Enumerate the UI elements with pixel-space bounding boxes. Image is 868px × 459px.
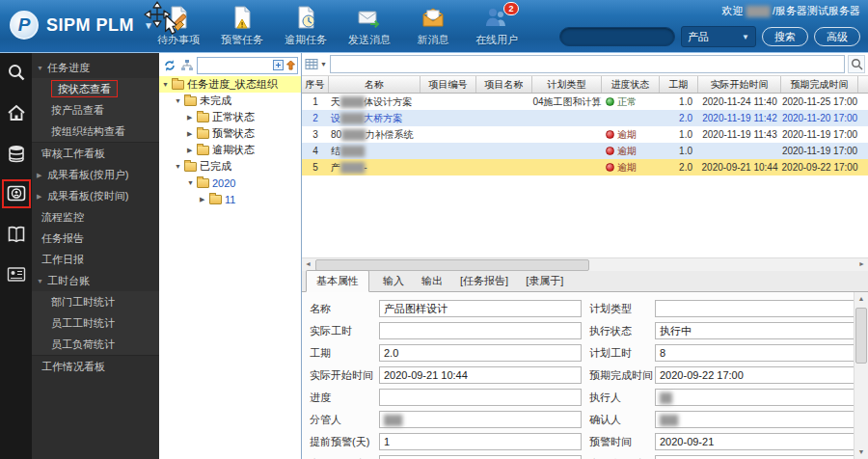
search-category-select[interactable]: 产品 ▼ (681, 26, 756, 47)
search-button[interactable]: 搜索 (762, 27, 808, 46)
field-input[interactable] (379, 433, 582, 450)
column-header[interactable]: 预期完成时间 (781, 76, 858, 93)
detail-tab[interactable]: [任务报告] (456, 271, 512, 291)
nav-book-icon[interactable] (5, 223, 28, 246)
detail-tab[interactable]: 输入 (379, 271, 408, 291)
sidebar-item[interactable]: 按产品查看 (32, 99, 159, 121)
table-row[interactable]: 1天████体设计方案04施工图和计算正常1.02020-11-24 11:40… (302, 94, 868, 110)
columns-menu-icon[interactable]: ▼ (305, 58, 327, 70)
chevron-right-icon[interactable]: ▶ (187, 130, 196, 138)
status-icon (606, 130, 614, 139)
nav-dashboard-icon[interactable] (5, 182, 28, 205)
sidebar-item[interactable]: 员工负荷统计 (32, 334, 159, 355)
chevron-down-icon[interactable]: ▼ (175, 97, 183, 104)
nav-home-icon[interactable] (5, 101, 28, 124)
toolbar-send-message[interactable]: 发送消息 (338, 5, 401, 47)
column-header[interactable]: 名称 (329, 76, 420, 93)
refresh-icon[interactable] (162, 59, 176, 73)
table-row[interactable]: 4结████逾期1.02020-11-19 17:00 (302, 143, 868, 159)
tree-node[interactable]: ▼2020 (159, 175, 301, 191)
detail-tab[interactable]: [隶属于] (522, 271, 567, 291)
column-header[interactable]: 序号 (302, 76, 329, 93)
column-header[interactable]: 实际开始时间 (698, 76, 781, 93)
chevron-down-icon[interactable]: ▼ (187, 179, 196, 186)
sidebar-item[interactable]: ▶成果看板(按时间) (32, 185, 159, 206)
field-input[interactable] (379, 344, 582, 362)
toolbar-overdue-tasks[interactable]: 逾期任务 (274, 5, 338, 47)
advanced-search-button[interactable]: 高级 (814, 27, 860, 46)
tree-node[interactable]: ▶逾期状态 (159, 142, 301, 158)
sidebar-item[interactable]: 工作日报 (32, 249, 159, 270)
field-input[interactable] (655, 300, 861, 317)
column-header[interactable]: 工期 (660, 76, 698, 93)
scroll-left-icon[interactable]: ◄ (302, 258, 314, 270)
scroll-right-icon[interactable]: ► (855, 258, 868, 270)
sidebar-item[interactable]: 流程监控 (32, 206, 159, 228)
field-input[interactable] (655, 322, 861, 339)
table-row[interactable]: 380████力补偿系统逾期1.02020-11-19 11:432020-11… (302, 126, 868, 143)
horizontal-scrollbar[interactable]: ◄ ► (302, 257, 868, 271)
sidebar-item[interactable]: ▼工时台账 (32, 270, 159, 291)
search-icon[interactable] (848, 55, 865, 73)
toolbar-online-users[interactable]: 2在线用户 (465, 5, 529, 47)
sidebar-item[interactable]: ▼任务进度 (32, 57, 159, 78)
table-row[interactable]: 5产████-逾期2.02020-09-21 10:442020-09-22 1… (302, 159, 868, 176)
field-input[interactable] (379, 455, 582, 459)
nav-idcard-icon[interactable] (5, 263, 28, 286)
vertical-scrollbar[interactable]: ▲ ▼ (854, 292, 868, 459)
table-filter-input[interactable] (330, 55, 845, 73)
locate-node-icon[interactable] (273, 60, 284, 70)
nav-database-icon[interactable] (5, 142, 28, 165)
chevron-right-icon[interactable]: ▶ (187, 147, 196, 154)
tree-node[interactable]: ▼已完成 (159, 158, 301, 175)
chevron-down-icon[interactable]: ▼ (175, 163, 183, 170)
scroll-down-icon[interactable]: ▼ (854, 446, 868, 459)
table-row[interactable]: 2设████大桥方案2.02020-11-19 11:422020-11-20 … (302, 110, 868, 126)
vscrollbar-thumb[interactable] (855, 308, 867, 364)
plan-type-cell (532, 159, 602, 176)
form-field: 确认人███ (589, 411, 861, 428)
org-tree-icon[interactable] (179, 59, 194, 73)
seq-cell: 2 (302, 110, 329, 126)
field-input[interactable] (379, 322, 582, 339)
name-cell: 结████ (329, 143, 420, 159)
sidebar-item[interactable]: 部门工时统计 (32, 291, 159, 312)
tree-node[interactable]: ▶正常状态 (159, 109, 301, 125)
field-input[interactable] (379, 366, 582, 384)
sidebar-item[interactable]: ▶成果看板(按用户) (32, 164, 159, 185)
collapse-all-icon[interactable] (285, 60, 296, 70)
sidebar-item[interactable]: 按组织结构查看 (32, 121, 159, 142)
tree-node[interactable]: ▶11 (159, 191, 301, 207)
toolbar-todo[interactable]: 待办事项 (147, 5, 210, 47)
chevron-down-icon[interactable]: ▼ (162, 81, 171, 88)
column-header[interactable]: 计划类型 (532, 76, 602, 93)
nav-search-icon[interactable] (5, 61, 28, 84)
field-input[interactable] (655, 433, 861, 450)
scroll-up-icon[interactable]: ▲ (854, 292, 868, 306)
detail-tab[interactable]: 输出 (418, 271, 447, 291)
sidebar-item[interactable]: 工作情况看板 (32, 355, 159, 377)
field-input[interactable] (655, 455, 861, 459)
sidebar-item[interactable]: 审核工作看板 (32, 142, 159, 164)
name-prefix: 80 (331, 126, 341, 143)
global-search-input[interactable] (559, 27, 675, 46)
sidebar-item[interactable]: 员工工时统计 (32, 312, 159, 334)
column-header[interactable]: 进度状态 (602, 76, 660, 93)
column-header[interactable]: 项目名称 (476, 76, 532, 93)
chevron-right-icon[interactable]: ▶ (187, 114, 196, 122)
chevron-right-icon[interactable]: ▶ (200, 196, 208, 203)
tree-node[interactable]: ▼任务进度_状态组织 (159, 76, 301, 93)
tree-node[interactable]: ▼未完成 (159, 93, 301, 109)
toolbar-new-message[interactable]: 新消息 (401, 5, 465, 47)
sidebar-item[interactable]: 任务报告 (32, 228, 159, 249)
app-logo[interactable]: P SIPM PLM ▼ (10, 11, 153, 40)
sidebar-item[interactable]: 按状态查看 (32, 78, 159, 99)
field-input[interactable] (655, 366, 861, 384)
detail-tab[interactable]: 基本属性 (306, 270, 369, 292)
column-header[interactable]: 项目编号 (420, 76, 476, 93)
tree-node[interactable]: ▶预警状态 (159, 125, 301, 142)
field-input[interactable] (379, 300, 582, 317)
field-input[interactable] (655, 344, 861, 362)
field-input[interactable] (379, 389, 582, 406)
toolbar-warning-tasks[interactable]: 预警任务 (210, 5, 274, 47)
